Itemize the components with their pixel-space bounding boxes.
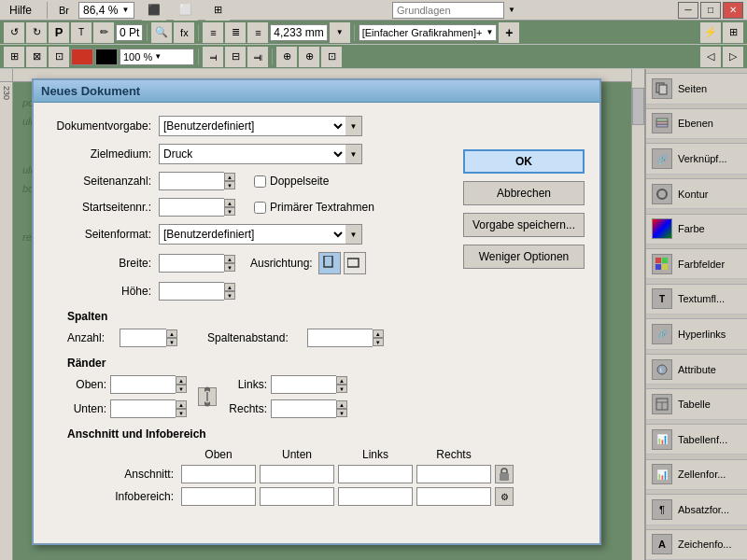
tb-tools-3[interactable]: ⊡ [49, 47, 69, 67]
primaer-checkbox[interactable] [254, 202, 266, 214]
anschnitt-rechts-input[interactable]: 0 mm [416, 465, 491, 483]
panel-item-attribute[interactable]: i Attribute [646, 355, 747, 385]
tb-plus[interactable]: + [499, 22, 519, 43]
info-rechts-input[interactable]: 0 mm [416, 487, 491, 506]
zoom-dropdown[interactable]: 86,4 % ▼ [78, 2, 134, 19]
breite-down[interactable]: ▼ [224, 263, 235, 272]
tb-right-1[interactable]: ◁ [700, 47, 721, 67]
panel-item-zeichenfo[interactable]: A Zeichenfo... [646, 530, 747, 560]
panel-item-tabellenf[interactable]: 📊 Tabellenf... [646, 425, 747, 455]
tb-btn-p[interactable]: P [49, 22, 69, 43]
panel-item-farbe[interactable]: Farbe [646, 215, 747, 245]
dokumentvorgabe-arrow[interactable]: ▼ [345, 116, 362, 136]
panel-item-zellenfor[interactable]: 📊 Zellenfor... [646, 460, 747, 490]
info-oben-input[interactable]: 0 mm [181, 487, 256, 506]
anzahl-up[interactable]: ▲ [166, 329, 177, 338]
tb-align1[interactable]: ≡ [203, 22, 223, 43]
info-settings-icon[interactable]: ⚙ [495, 487, 514, 506]
tb-bolt[interactable]: ⚡ [700, 22, 721, 43]
anschnitt-oben-input[interactable]: 0 mm [181, 465, 256, 483]
unten-input[interactable]: 12,7 mm [110, 399, 176, 418]
tb-misc-1[interactable]: ⊕ [276, 47, 297, 67]
percent-input[interactable]: 100 % ▼ [120, 49, 194, 65]
frame-dropdown[interactable]: [Einfacher Grafikrahmen]+ ▼ [359, 24, 498, 41]
startseite-input[interactable]: 1 [159, 198, 224, 217]
zielmedium-select[interactable]: Druck [159, 144, 345, 164]
anschnitt-lock-icon[interactable] [495, 465, 514, 483]
tb-btn-arrow[interactable]: ↺ [4, 22, 24, 43]
tb-align3[interactable]: ≡ [247, 22, 268, 43]
chain-link-icon[interactable] [198, 387, 217, 406]
tb-right-2[interactable]: ▷ [723, 47, 743, 67]
info-links-input[interactable]: 0 mm [338, 487, 413, 506]
panel-item-textumfl[interactable]: T Textumfl... [646, 285, 747, 315]
oben-down[interactable]: ▼ [176, 385, 187, 393]
breite-up[interactable]: ▲ [224, 255, 235, 263]
color-swatch-black[interactable] [95, 49, 118, 65]
hoehe-up[interactable]: ▲ [224, 283, 235, 291]
hoehe-input[interactable]: 170 mm [159, 282, 224, 301]
seitenanzahl-input[interactable]: 1 [159, 172, 224, 190]
mm-input-container[interactable]: 4,233 mm [270, 24, 327, 41]
panel-item-seiten[interactable]: Seiten [646, 74, 747, 104]
minimize-btn[interactable]: ─ [678, 2, 698, 19]
startseite-down[interactable]: ▼ [224, 207, 235, 216]
links-down[interactable]: ▼ [336, 385, 347, 393]
tb-misc-3[interactable]: ⊡ [321, 47, 342, 67]
breite-input[interactable]: 120 mm [159, 254, 224, 273]
panel-item-absatzfor[interactable]: ¶ Absatzfor... [646, 495, 747, 525]
menu-hilfe[interactable]: Hilfe [4, 2, 37, 19]
oben-input[interactable]: 12,7 mm [110, 375, 176, 394]
tb-mm-arrow[interactable]: ▼ [330, 22, 350, 43]
tb-align-left[interactable]: ⫤ [203, 47, 223, 67]
landscape-icon[interactable] [344, 252, 366, 274]
ok-button[interactable]: OK [463, 149, 585, 174]
mode-btn-2[interactable]: ⬜ [174, 0, 198, 21]
panel-item-farbfelder[interactable]: Farbfelder [646, 249, 747, 279]
panel-item-kontur[interactable]: Kontur [646, 179, 747, 209]
tb-formula[interactable]: fx [174, 22, 194, 43]
panel-item-verknuepf[interactable]: 🔗 Verknüpf... [646, 144, 747, 174]
tb-magnify[interactable]: 🔍 [151, 22, 172, 43]
rechts-input[interactable]: 12,7 mm [271, 399, 336, 418]
anzahl-down[interactable]: ▼ [166, 338, 177, 346]
tb-align2[interactable]: ≣ [225, 22, 246, 43]
mode-btn-1[interactable]: ⬛ [142, 0, 166, 21]
doppelseite-checkbox[interactable] [254, 175, 266, 188]
panel-item-hyperlinks[interactable]: 🔗 Hyperlinks [646, 319, 747, 349]
seitenanzahl-up[interactable]: ▲ [224, 173, 235, 181]
spa-down[interactable]: ▼ [373, 338, 384, 346]
anschnitt-unten-input[interactable]: 0 mm [260, 465, 334, 483]
rechts-up[interactable]: ▲ [336, 400, 347, 409]
seitenanzahl-down[interactable]: ▼ [224, 181, 235, 189]
anzahl-input[interactable]: 1 [120, 329, 166, 347]
maximize-btn[interactable]: □ [700, 2, 721, 19]
tb-align-right[interactable]: ⫥ [247, 47, 268, 67]
tb-expand[interactable]: ⊞ [723, 22, 743, 43]
tb-tools-2[interactable]: ⊠ [26, 47, 47, 67]
seitenformat-arrow[interactable]: ▼ [345, 224, 362, 245]
less-options-button[interactable]: Weniger Optionen [463, 245, 585, 269]
oben-up[interactable]: ▲ [176, 376, 187, 385]
zielmedium-arrow[interactable]: ▼ [345, 144, 362, 164]
hoehe-down[interactable]: ▼ [224, 291, 235, 300]
rechts-down[interactable]: ▼ [336, 409, 347, 417]
tb-tools-1[interactable]: ⊞ [4, 47, 24, 67]
links-up[interactable]: ▲ [336, 376, 347, 385]
links-input[interactable]: 12,7 mm [271, 375, 336, 394]
color-swatch-red[interactable] [71, 49, 93, 65]
save-preset-button[interactable]: Vorgabe speichern... [463, 213, 585, 237]
pt-input-container[interactable]: 0 Pt [116, 24, 143, 41]
startseite-up[interactable]: ▲ [224, 199, 235, 207]
tb-btn-text[interactable]: T [71, 22, 92, 43]
unten-up[interactable]: ▲ [176, 400, 187, 409]
panel-item-tabelle[interactable]: Tabelle [646, 389, 747, 419]
spaltenabstand-input[interactable]: 4,233 mm [307, 329, 373, 347]
tb-btn-pencil[interactable]: ✏ [93, 22, 114, 43]
panel-item-ebenen[interactable]: Ebenen [646, 109, 747, 139]
tb-align-center[interactable]: ⊟ [225, 47, 246, 67]
anschnitt-links-input[interactable]: 0 mm [338, 465, 413, 483]
search-input[interactable] [392, 2, 504, 19]
tb-btn-redo[interactable]: ↻ [26, 22, 47, 43]
portrait-icon[interactable] [318, 252, 341, 274]
